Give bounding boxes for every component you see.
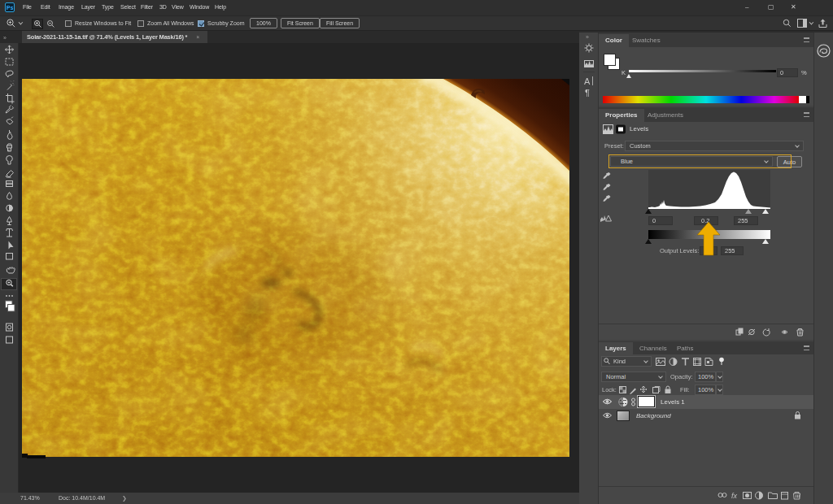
svg-text:A: A [584, 76, 591, 86]
svg-text:¶: ¶ [585, 88, 590, 98]
svg-text:fx: fx [731, 492, 738, 500]
